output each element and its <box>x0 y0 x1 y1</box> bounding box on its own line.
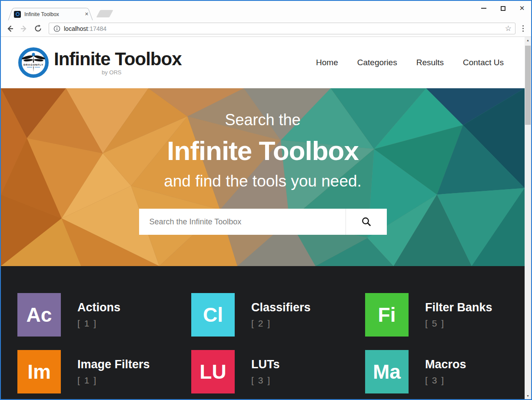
site-nav: Home Categories Results Contact Us <box>316 58 512 67</box>
category-count: [ 2 ] <box>251 318 311 329</box>
new-tab-button[interactable] <box>96 10 113 17</box>
reload-icon[interactable] <box>32 23 43 34</box>
browser-titlebar: Infinite Toolbox ✕ ✕ <box>1 1 531 20</box>
window-minimize-button[interactable] <box>481 5 487 11</box>
url-host: localhost <box>64 25 88 32</box>
hero-searchbar <box>139 209 387 235</box>
forward-icon[interactable] <box>18 23 30 34</box>
browser-menu-icon[interactable] <box>519 23 527 34</box>
url-bar[interactable]: localhost:17484 ☆ <box>49 23 515 34</box>
hero-tagline: and find the tools you need. <box>1 172 525 190</box>
window-close-button[interactable]: ✕ <box>519 5 525 11</box>
nav-link-results[interactable]: Results <box>416 58 444 67</box>
category-count: [ 5 ] <box>425 318 492 329</box>
category-item-actions[interactable]: Ac Actions [ 1 ] <box>17 293 191 337</box>
category-count: [ 3 ] <box>251 375 280 386</box>
url-text[interactable]: localhost:17484 <box>64 25 502 32</box>
nav-link-categories[interactable]: Categories <box>357 58 397 67</box>
category-item-classifiers[interactable]: Cl Classifiers [ 2 ] <box>191 293 365 337</box>
category-tile-abbr: Im <box>17 350 61 393</box>
browser-tab[interactable]: Infinite Toolbox ✕ <box>8 8 93 20</box>
bookmark-star-icon[interactable]: ☆ <box>505 25 512 32</box>
page-info-icon[interactable] <box>53 25 60 32</box>
category-item-macros[interactable]: Ma Macros [ 3 ] <box>365 350 525 393</box>
hero-section: Search the Infinite Toolbox and find the… <box>1 88 525 266</box>
nav-link-home[interactable]: Home <box>316 58 338 67</box>
category-tile-abbr: Ac <box>17 293 61 337</box>
scrollbar-down-icon[interactable]: ▼ <box>525 393 531 399</box>
category-item-luts[interactable]: LU LUTs [ 3 ] <box>191 350 365 393</box>
category-name: Filter Banks <box>425 301 492 314</box>
tab-favicon-icon <box>14 11 21 18</box>
hero-heading: Infinite Toolbox <box>1 135 525 166</box>
category-tile-abbr: LU <box>191 350 235 393</box>
category-name: Classifiers <box>251 301 311 314</box>
category-count: [ 1 ] <box>77 375 150 386</box>
browser-toolbar: localhost:17484 ☆ <box>1 20 531 37</box>
category-tile-abbr: Cl <box>191 293 235 337</box>
search-icon <box>361 217 372 227</box>
search-input[interactable] <box>139 209 346 235</box>
category-name: Actions <box>77 301 120 314</box>
category-name: Image Filters <box>77 358 150 371</box>
url-port: :17484 <box>88 25 106 32</box>
scrollbar-thumb[interactable] <box>525 46 531 125</box>
back-icon[interactable] <box>4 23 16 34</box>
category-name: Macros <box>425 358 466 371</box>
site-title: Infinite Toolbox <box>54 50 182 68</box>
window-maximize-button[interactable] <box>500 5 506 11</box>
category-item-filter-banks[interactable]: Fi Filter Banks [ 5 ] <box>365 293 525 337</box>
hero-subheading: Search the <box>1 111 525 129</box>
page-viewport: DRAGONFLY Infinite Toolbox by ORS Home C… <box>1 37 531 399</box>
search-button[interactable] <box>346 209 387 235</box>
category-tile-abbr: Ma <box>365 350 409 393</box>
tab-title: Infinite Toolbox <box>24 11 80 17</box>
category-tile-abbr: Fi <box>365 293 409 337</box>
nav-link-contact-us[interactable]: Contact Us <box>463 58 504 67</box>
site-subtitle: by ORS <box>102 69 182 76</box>
scrollbar-up-icon[interactable]: ▲ <box>525 37 531 43</box>
dragonfly-logo[interactable]: DRAGONFLY <box>18 47 49 78</box>
category-name: LUTs <box>251 358 280 371</box>
brand-block: Infinite Toolbox by ORS <box>54 50 182 76</box>
site-header: DRAGONFLY Infinite Toolbox by ORS Home C… <box>1 37 525 88</box>
tab-close-icon[interactable]: ✕ <box>83 10 90 18</box>
category-count: [ 1 ] <box>77 318 120 329</box>
category-item-image-filters[interactable]: Im Image Filters [ 1 ] <box>17 350 191 393</box>
browser-window: Infinite Toolbox ✕ ✕ localhost:1 <box>0 0 532 400</box>
logo-badge-text: DRAGONFLY <box>23 63 43 66</box>
vertical-scrollbar[interactable]: ▲ ▼ <box>525 37 531 399</box>
categories-section: Ac Actions [ 1 ] Cl Classifiers [ 2 ] <box>1 266 525 399</box>
category-count: [ 3 ] <box>425 375 466 386</box>
